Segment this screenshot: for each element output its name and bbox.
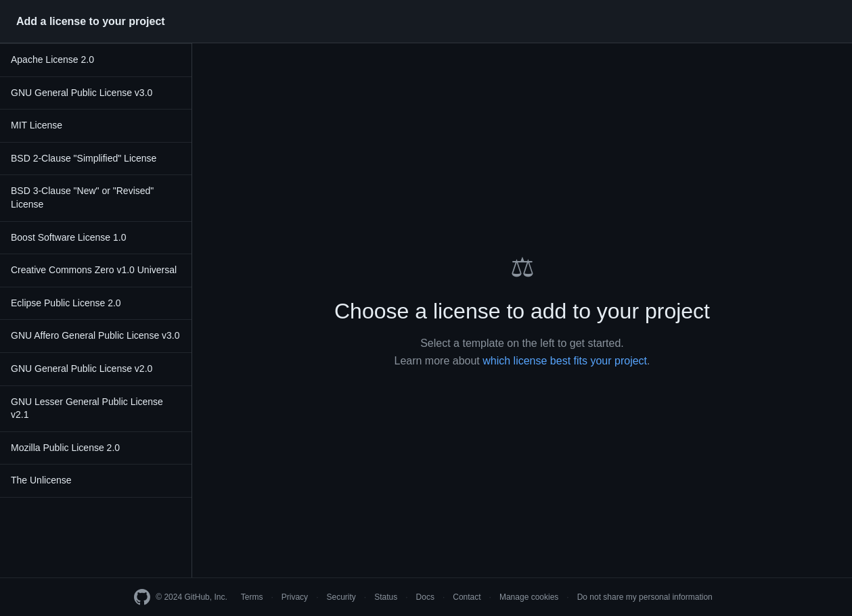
footer-separator: · [405,592,407,602]
sidebar-item-bsd-3[interactable]: BSD 3-Clause "New" or "Revised" License [0,175,192,221]
subtitle-line2-suffix: . [647,355,650,366]
footer-link-contact[interactable]: Contact [447,592,486,602]
footer-separator: · [443,592,445,602]
content-subtitle: Select a template on the left to get sta… [395,335,650,369]
github-icon [134,589,150,605]
content-title: Choose a license to add to your project [334,299,710,324]
sidebar-item-mit[interactable]: MIT License [0,110,192,143]
footer-link-manage-cookies[interactable]: Manage cookies [494,592,564,602]
footer-left: © 2024 GitHub, Inc. [134,589,233,605]
footer-separator: · [316,592,318,602]
sidebar-item-eclipse-2[interactable]: Eclipse Public License 2.0 [0,287,192,321]
footer-separator: · [271,592,273,602]
header: Add a license to your project [0,0,852,43]
page-title: Add a license to your project [16,16,165,28]
footer: © 2024 GitHub, Inc. Terms·Privacy·Securi… [0,577,852,616]
license-guide-link[interactable]: which license best fits your project [483,355,647,366]
footer-separator: · [489,592,491,602]
footer-separator: · [364,592,366,602]
footer-link-do-not-share[interactable]: Do not share my personal information [572,592,718,602]
subtitle-line1: Select a template on the left to get sta… [420,337,624,349]
footer-link-security[interactable]: Security [321,592,361,602]
balance-icon: ⚖ [510,252,535,283]
sidebar-item-boost-1[interactable]: Boost Software License 1.0 [0,222,192,255]
footer-copyright: © 2024 GitHub, Inc. [156,592,227,602]
footer-separator: · [566,592,568,602]
sidebar-item-gnu-gpl-v2[interactable]: GNU General Public License v2.0 [0,353,192,386]
sidebar-item-cc0-1[interactable]: Creative Commons Zero v1.0 Universal [0,254,192,287]
sidebar-item-unlicense[interactable]: The Unlicense [0,465,192,498]
footer-link-status[interactable]: Status [369,592,403,602]
footer-link-privacy[interactable]: Privacy [276,592,313,602]
sidebar-item-apache-2[interactable]: Apache License 2.0 [0,43,192,77]
sidebar-item-mozilla-2[interactable]: Mozilla Public License 2.0 [0,432,192,465]
sidebar-item-gnu-gpl-v3[interactable]: GNU General Public License v3.0 [0,77,192,110]
content-area: ⚖ Choose a license to add to your projec… [192,43,852,577]
sidebar: Apache License 2.0GNU General Public Lic… [0,43,192,577]
subtitle-line2-prefix: Learn more about [395,355,483,366]
footer-link-terms[interactable]: Terms [236,592,269,602]
footer-link-docs[interactable]: Docs [411,592,440,602]
sidebar-item-bsd-2[interactable]: BSD 2-Clause "Simplified" License [0,143,192,176]
sidebar-item-gnu-lgpl-v21[interactable]: GNU Lesser General Public License v2.1 [0,386,192,432]
main-content: Apache License 2.0GNU General Public Lic… [0,43,852,577]
sidebar-item-gnu-agpl-v3[interactable]: GNU Affero General Public License v3.0 [0,320,192,353]
